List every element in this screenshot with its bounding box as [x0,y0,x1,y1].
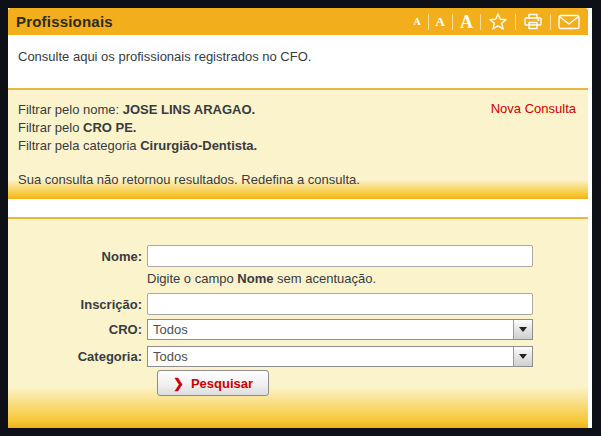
inscription-input[interactable] [147,293,533,315]
inscription-row: Inscrição: [8,293,588,315]
intro-text: Consulte aqui os profissionais registrad… [18,49,592,64]
filter-prefix: Filtrar pelo nome: [18,102,123,117]
content-area: Profissionais A A A [8,8,592,428]
filter-prefix: Filtrar pela categoria [18,138,140,153]
filter-value: CRO PE. [83,120,136,135]
cro-dropdown-button[interactable] [513,320,532,339]
filter-summary-panel: Filtrar pelo nome: JOSE LINS ARAGAO. Fil… [8,88,588,199]
header-icons: A A A [413,12,580,32]
icon-separator [452,14,453,30]
icon-separator [428,14,429,30]
hint-field-name: Nome [237,271,273,286]
category-label: Categoria: [8,349,147,364]
page-title: Profissionais [16,13,113,30]
chevron-down-icon [519,327,527,332]
page-frame: Profissionais A A A [0,0,601,436]
cro-row: CRO: Todos [8,319,588,340]
category-row: Categoria: Todos [8,346,588,367]
cro-selected-value: Todos [148,320,513,339]
filter-value: Cirurgião-Dentista. [140,138,257,153]
chevron-right-icon: ❯ [173,377,184,390]
category-select[interactable]: Todos [147,346,533,367]
search-button-label: Pesquisar [191,376,253,391]
chevron-down-icon [519,354,527,359]
hint-suffix: sem acentuação. [273,271,376,286]
filter-prefix: Filtrar pelo [18,120,83,135]
font-size-small-icon[interactable]: A [413,17,420,27]
name-hint: Digite o campo Nome sem acentuação. [147,271,588,286]
cro-select[interactable]: Todos [147,319,533,340]
hint-prefix: Digite o campo [147,271,237,286]
print-icon[interactable] [523,13,543,31]
filter-line-cro: Filtrar pelo CRO PE. [18,119,576,137]
icon-separator [480,14,481,30]
favorite-star-icon[interactable] [488,12,508,32]
name-row: Nome: [8,245,588,267]
header-bar: Profissionais A A A [8,8,588,35]
font-size-large-icon[interactable]: A [460,13,473,31]
category-selected-value: Todos [148,347,513,366]
filter-value: JOSE LINS ARAGAO. [123,102,255,117]
category-dropdown-button[interactable] [513,347,532,366]
new-search-link[interactable]: Nova Consulta [491,101,576,116]
search-form-panel: Nome: Digite o campo Nome sem acentuação… [8,217,588,428]
name-input[interactable] [147,245,533,267]
cro-label: CRO: [8,322,147,337]
no-results-message: Sua consulta não retornou resultados. Re… [18,172,576,187]
email-icon[interactable] [558,14,580,30]
icon-separator [515,14,516,30]
inscription-label: Inscrição: [8,297,147,312]
icon-separator [550,14,551,30]
name-label: Nome: [8,249,147,264]
font-size-medium-icon[interactable]: A [436,15,445,28]
search-button[interactable]: ❯ Pesquisar [157,370,269,396]
filter-line-category: Filtrar pela categoria Cirurgião-Dentist… [18,137,576,155]
